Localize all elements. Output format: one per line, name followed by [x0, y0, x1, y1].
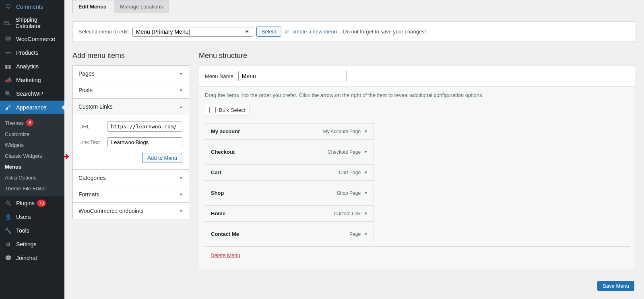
accordion-posts[interactable]: Posts▼ — [72, 82, 189, 99]
menu-item[interactable]: My accountMy Account Page ▼ — [205, 123, 374, 140]
menu-item-title: My account — [211, 128, 240, 134]
or-text: or — [285, 29, 289, 35]
sidebar-item-plugins[interactable]: 🔌Plugins73 — [0, 196, 64, 210]
submenu-classic-widgets[interactable]: Classic Widgets — [0, 151, 64, 161]
bulk-select-checkbox[interactable] — [209, 107, 216, 113]
chevron-down-icon[interactable]: ▼ — [364, 191, 368, 195]
menu-select-bar: Select a menu to edit: Menu (Primary Men… — [72, 21, 636, 42]
chevron-down-icon: ▼ — [179, 72, 183, 76]
accordion-formats[interactable]: Formats▼ — [72, 186, 189, 203]
submenu-menus[interactable]: Menus — [0, 161, 64, 172]
main-content: Edit Menus Manage Locations Select a men… — [64, 0, 644, 299]
chevron-down-icon[interactable]: ▼ — [364, 150, 368, 154]
accordion-custom-links: Custom Links▲ URL Link Text Add to Me — [72, 98, 189, 170]
menu-item-title: Contact Me — [211, 231, 239, 237]
sidebar-item-joinchat[interactable]: 💬Joinchat — [0, 251, 64, 265]
sidebar-item-woocommerce[interactable]: ⓦWooCommerce — [0, 32, 64, 46]
accordion-woocommerce-endpoints[interactable]: WooCommerce endpoints▼ — [72, 202, 189, 219]
sidebar-item-products[interactable]: ▭Products — [0, 46, 64, 60]
accordion-custom-links-header[interactable]: Custom Links▲ — [73, 99, 189, 115]
sidebar-item-appearance[interactable]: 🖌Appearance — [0, 101, 64, 114]
add-menu-items-column: Add menu items Pages▼ Posts▼ Custom Link… — [72, 52, 189, 270]
wrench-icon: 🔧 — [4, 227, 12, 235]
accordion-pages[interactable]: Pages▼ — [72, 65, 189, 82]
delete-menu-link[interactable]: Delete Menu — [211, 252, 240, 258]
themes-badge: 8 — [26, 119, 33, 126]
chat-icon: 💬 — [4, 254, 12, 262]
annotation-arrow — [64, 155, 75, 159]
plugins-badge: 73 — [37, 200, 46, 207]
menu-item-title: Cart — [211, 169, 221, 175]
chevron-down-icon: ▼ — [179, 209, 183, 213]
select-tail-text: . Do not forget to save your changes! — [340, 29, 426, 35]
appearance-submenu: Themes8 Customize Widgets Classic Widget… — [0, 114, 64, 196]
save-menu-button[interactable]: Save Menu — [597, 281, 634, 291]
tab-manage-locations[interactable]: Manage Locations — [114, 0, 169, 13]
add-to-menu-button[interactable]: Add to Menu — [142, 153, 182, 163]
menu-item[interactable]: ShopShop Page ▼ — [205, 185, 374, 201]
menu-item-type: My Account Page ▼ — [323, 129, 368, 134]
sidebar-item-users[interactable]: 👤Users — [0, 210, 64, 224]
chevron-down-icon[interactable]: ▼ — [364, 211, 368, 216]
menu-structure-column: Menu structure Menu Name Drag the items … — [199, 52, 636, 270]
drag-hint-text: Drag the items into the order you prefer… — [205, 92, 630, 98]
search-icon: 🔍 — [4, 90, 12, 98]
menu-item[interactable]: CheckoutCheckout Page ▼ — [205, 144, 374, 160]
menu-item-type: Page ▼ — [349, 231, 368, 237]
select-menu-label: Select a menu to edit: — [78, 29, 129, 35]
comment-icon: 🗨 — [4, 3, 12, 11]
submenu-widgets[interactable]: Widgets — [0, 140, 64, 151]
create-new-menu-link[interactable]: create a new menu — [292, 29, 337, 35]
menu-structure-title: Menu structure — [199, 52, 636, 60]
sliders-icon: ⚙ — [4, 240, 12, 248]
sidebar-item-searchwp[interactable]: 🔍SearchWP — [0, 87, 64, 101]
archive-icon: ▭ — [4, 49, 12, 57]
brush-icon: 🖌 — [4, 103, 12, 111]
menu-item[interactable]: Contact MePage ▼ — [205, 226, 374, 242]
submenu-themes[interactable]: Themes8 — [0, 117, 64, 129]
chevron-down-icon[interactable]: ▼ — [364, 170, 368, 175]
select-button[interactable]: Select — [256, 27, 281, 37]
sidebar-item-settings[interactable]: ⚙Settings — [0, 237, 64, 251]
calculator-icon: EⅬ — [4, 19, 11, 27]
add-menu-items-title: Add menu items — [72, 52, 189, 60]
link-text-label: Link Text — [79, 139, 107, 145]
menu-item-type: Shop Page ▼ — [337, 190, 368, 196]
bulk-select[interactable]: Bulk Select — [205, 104, 250, 116]
admin-sidebar: 🗨Comments EⅬShipping Calculator ⓦWooComm… — [0, 0, 64, 299]
menu-item-type: Cart Page ▼ — [339, 170, 368, 175]
chevron-down-icon: ▼ — [179, 88, 183, 93]
menu-item-title: Checkout — [211, 149, 235, 155]
sidebar-item-tools[interactable]: 🔧Tools — [0, 224, 64, 237]
menu-name-label: Menu Name — [205, 73, 233, 79]
nav-tabs: Edit Menus Manage Locations — [64, 0, 644, 13]
sidebar-item-analytics[interactable]: ▮▮Analytics — [0, 60, 64, 73]
sidebar-item-shipping-calculator[interactable]: EⅬShipping Calculator — [0, 14, 64, 32]
tab-edit-menus[interactable]: Edit Menus — [72, 0, 112, 13]
chevron-down-icon[interactable]: ▼ — [364, 129, 368, 134]
accordion-categories[interactable]: Categories▼ — [72, 169, 189, 186]
url-label: URL — [79, 124, 107, 130]
submenu-theme-file-editor[interactable]: Theme File Editor — [0, 183, 64, 194]
menu-item-title: Shop — [211, 190, 224, 196]
sidebar-item-comments[interactable]: 🗨Comments — [0, 0, 64, 14]
submenu-customize[interactable]: Customize — [0, 129, 64, 140]
menu-select[interactable]: Menu (Primary Menu) — [132, 27, 253, 37]
megaphone-icon: 📣 — [4, 76, 12, 84]
menu-item[interactable]: CartCart Page ▼ — [205, 164, 374, 181]
submenu-astra-options[interactable]: Astra Options — [0, 172, 64, 183]
menu-item-type: Checkout Page ▼ — [328, 149, 368, 155]
plugin-icon: 🔌 — [4, 199, 12, 207]
menu-name-input[interactable] — [238, 71, 347, 81]
menu-item[interactable]: HomeCustom Link ▼ — [205, 205, 374, 222]
chevron-down-icon: ▼ — [179, 176, 183, 180]
chevron-up-icon: ▲ — [179, 105, 183, 109]
sidebar-item-marketing[interactable]: 📣Marketing — [0, 73, 64, 87]
user-icon: 👤 — [4, 213, 12, 221]
woocommerce-icon: ⓦ — [4, 35, 12, 43]
menu-structure-panel: Menu Name Drag the items into the order … — [199, 66, 636, 270]
link-text-input[interactable] — [107, 137, 182, 147]
chart-icon: ▮▮ — [4, 62, 12, 70]
url-input[interactable] — [107, 122, 182, 132]
chevron-down-icon[interactable]: ▼ — [364, 232, 368, 236]
